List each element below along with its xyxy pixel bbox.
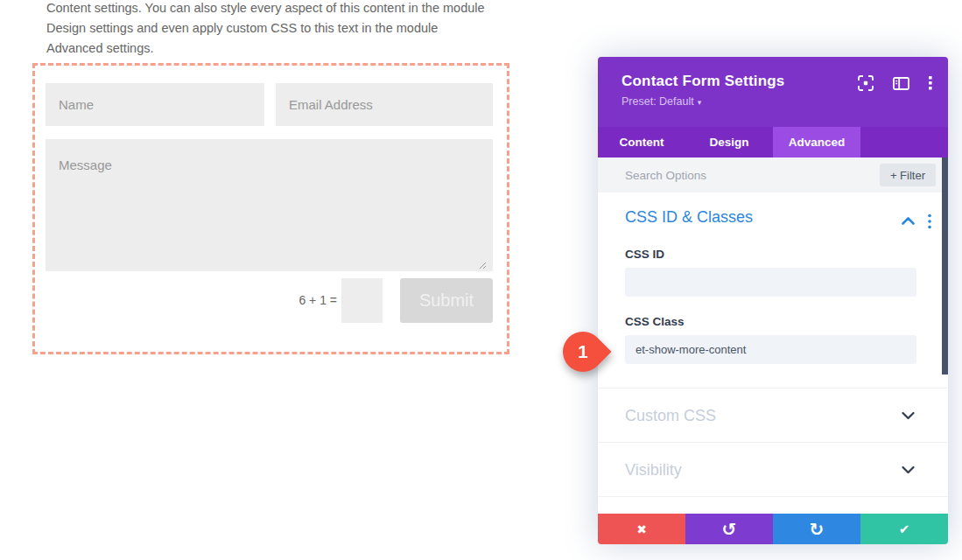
discard-button[interactable]: ✖	[598, 514, 685, 544]
intro-line: Advanced settings.	[46, 38, 485, 59]
undo-icon: ↺	[722, 519, 737, 540]
visibility-section-toggle[interactable]: Visibility	[598, 443, 948, 497]
submit-button[interactable]: Submit	[400, 278, 493, 323]
contact-form-settings-modal: Contact Form Settings Preset: Default▾	[598, 57, 948, 544]
tab-design[interactable]: Design	[685, 127, 773, 158]
close-icon: ✖	[636, 522, 647, 536]
css-id-label: CSS ID	[625, 248, 664, 261]
annotation-step-badge: 1	[563, 332, 603, 372]
modal-footer: ✖ ↺ ↻ ✔	[598, 514, 948, 544]
search-options-row: + Filter	[598, 158, 948, 192]
chevron-up-icon[interactable]	[902, 217, 915, 225]
captcha-question: 6 + 1 =	[258, 278, 337, 323]
expand-modal-icon[interactable]	[858, 75, 874, 91]
email-input[interactable]	[276, 83, 493, 126]
builder-canvas: Content settings. You can also style eve…	[0, 0, 962, 560]
caret-down-icon: ▾	[698, 98, 702, 107]
modal-header-actions	[858, 75, 932, 91]
save-button[interactable]: ✔	[860, 514, 948, 544]
css-id-classes-section-title[interactable]: CSS ID & Classes	[625, 208, 753, 227]
css-id-input[interactable]	[625, 268, 916, 297]
filter-button[interactable]: + Filter	[880, 164, 936, 186]
collapsed-sections: Custom CSS Visibility	[598, 388, 948, 497]
modal-header: Contact Form Settings Preset: Default▾	[598, 57, 948, 127]
preset-selector[interactable]: Preset: Default▾	[621, 95, 932, 108]
tab-content[interactable]: Content	[598, 127, 685, 158]
kebab-menu-icon[interactable]	[929, 75, 932, 91]
intro-line: Content settings. You can also style eve…	[46, 0, 485, 18]
annotation-step-number: 1	[578, 341, 588, 362]
check-icon: ✔	[899, 522, 910, 537]
module-intro-text: Content settings. You can also style eve…	[46, 0, 485, 59]
layout-panel-icon[interactable]	[893, 77, 909, 90]
resize-grip-icon[interactable]	[477, 260, 487, 270]
captcha-input[interactable]	[341, 278, 383, 323]
name-input[interactable]	[46, 83, 264, 126]
search-options-input[interactable]	[625, 158, 826, 192]
css-class-input[interactable]	[625, 335, 916, 364]
panel-scrollbar[interactable]	[942, 158, 948, 374]
settings-body: + Filter CSS ID & Classes CSS ID CSS Cla…	[598, 158, 948, 514]
section-kebab-icon[interactable]	[928, 214, 931, 229]
redo-button[interactable]: ↻	[773, 514, 860, 544]
visibility-title: Visibility	[625, 460, 682, 479]
undo-button[interactable]: ↺	[685, 514, 773, 544]
message-textarea[interactable]	[46, 139, 493, 271]
chevron-down-icon	[902, 411, 915, 419]
css-class-label: CSS Class	[625, 315, 685, 328]
redo-icon: ↻	[810, 519, 825, 540]
preset-label: Preset: Default	[621, 95, 694, 108]
intro-line: Design settings and even apply custom CS…	[46, 18, 485, 38]
settings-tab-bar: Content Design Advanced	[598, 127, 948, 158]
teardrop-pointer-icon: 1	[554, 323, 611, 380]
custom-css-title: Custom CSS	[625, 406, 716, 424]
tab-advanced[interactable]: Advanced	[773, 127, 860, 158]
chevron-down-icon	[902, 466, 915, 473]
contact-form-module-outline: 6 + 1 = Submit	[32, 63, 509, 354]
custom-css-section-toggle[interactable]: Custom CSS	[598, 388, 948, 443]
